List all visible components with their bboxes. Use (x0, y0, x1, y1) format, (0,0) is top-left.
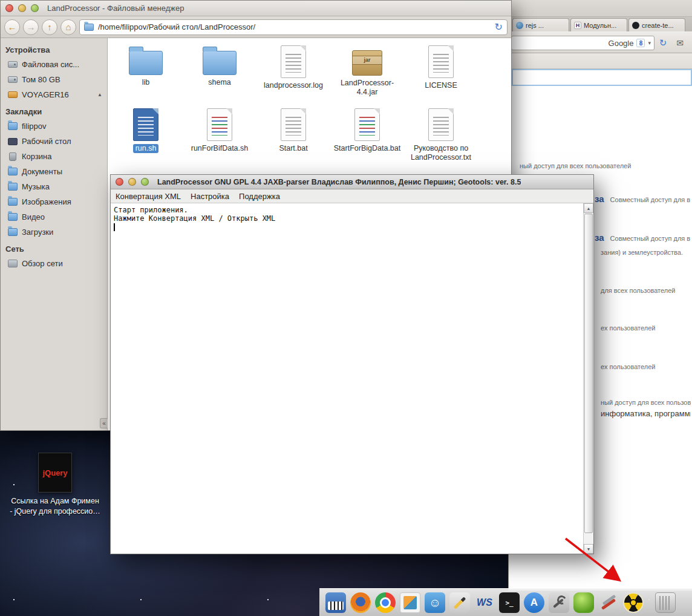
batch-file-icon (281, 108, 306, 141)
sidebar-item-home[interactable]: filippov (1, 119, 107, 134)
sidebar-collapse-button[interactable]: « (100, 418, 108, 428)
scrollbar-thumb[interactable] (584, 214, 593, 533)
terminal-dock-icon[interactable]: >_ (499, 592, 520, 613)
tab-modulny[interactable]: Н Модульн... (570, 18, 627, 31)
browser-titlebar (509, 0, 692, 17)
scroll-down-button[interactable]: ▼ (584, 544, 593, 554)
log-text-area[interactable]: Старт приложения. Нажмите Конвертация XM… (111, 203, 583, 554)
jar-archive-icon: jar (352, 50, 382, 76)
page-link-fragment[interactable]: заСовместный доступ для в (595, 232, 691, 243)
file-lib[interactable]: lib (110, 45, 181, 108)
photos-dock-icon[interactable] (400, 592, 420, 613)
radiation-app-dock-icon[interactable] (623, 592, 644, 613)
file-landprocessor-jar[interactable]: jar LandProcessor-4.4.jar (331, 45, 403, 108)
text-file-icon (281, 45, 306, 78)
sidebar-item-documents[interactable]: Документы (1, 164, 107, 179)
sidebar-item-volume-80gb[interactable]: Том 80 GB (1, 72, 107, 87)
folder-icon (84, 24, 94, 31)
file-manual-txt[interactable]: Руководство по LandProcessor.txt (405, 108, 477, 171)
wrench-dock-icon[interactable] (549, 592, 569, 613)
eject-icon[interactable]: ▲ (97, 92, 102, 97)
minimize-button[interactable] (18, 4, 26, 12)
menu-settings[interactable]: Настройка (191, 192, 229, 201)
maximize-button[interactable] (141, 178, 149, 186)
search-engine-label: Google (609, 39, 634, 48)
file-manager-titlebar[interactable]: LandProcessor - Файловый менеджер (1, 1, 511, 16)
file-run-sh[interactable]: run.sh (110, 108, 181, 171)
sidebar-item-network-browse[interactable]: Обзор сети (1, 256, 107, 271)
sidebar-section-network: Сеть (1, 240, 107, 256)
page-text-fragment: для всех пользователей (595, 284, 691, 295)
up-button[interactable]: ↑ (42, 19, 57, 35)
sidebar-item-trash[interactable]: Корзина (1, 149, 107, 164)
sidebar-item-downloads[interactable]: Загрузки (1, 224, 107, 240)
menu-support[interactable]: Поддержка (239, 192, 280, 201)
finder-dock-icon[interactable]: ☺ (425, 592, 445, 613)
page-text-fragment: ный доступ для всех пользователей (514, 160, 691, 170)
file-startforbigdata-bat[interactable]: StartForBigData.bat (331, 108, 403, 171)
menu-convert-xml[interactable]: Конвертация XML (116, 192, 181, 201)
desktop-shortcut-jquery-book[interactable]: jQuery Ссылка на Адам Фримен - jQuery дл… (10, 453, 100, 517)
scroll-up-button[interactable]: ▲ (584, 203, 593, 213)
clamp-tool-dock-icon[interactable] (598, 592, 619, 613)
app-titlebar[interactable]: LandProcessor GNU GPL 4.4 JAXB-parser Вл… (111, 175, 593, 189)
sidebar-item-filesystem[interactable]: Файловая сис... (1, 57, 107, 72)
midi-keyboard-dock-icon[interactable] (325, 592, 346, 613)
folder-icon (129, 51, 163, 75)
text-file-icon (428, 45, 454, 78)
google-favicon: 8 (636, 39, 645, 47)
network-icon (8, 260, 18, 267)
desktop-icon (8, 138, 18, 145)
app-menubar: Конвертация XML Настройка Поддержка (111, 189, 593, 203)
home-button[interactable]: ⌂ (60, 19, 76, 35)
shell-script-icon (207, 108, 232, 141)
back-button[interactable]: ← (4, 19, 20, 35)
page-text-fragment: зания) и землеустройства. (595, 246, 691, 257)
webstorm-dock-icon[interactable]: WS (474, 592, 495, 613)
batch-file-icon (354, 108, 380, 141)
window-title: LandProcessor - Файловый менеджер (47, 4, 184, 13)
tab-rejs[interactable]: rejs ... (512, 18, 569, 31)
browser-toolbar: Google 8 ▾ ↻ ✉ (509, 31, 692, 53)
sidebar-item-pictures[interactable]: Изображения (1, 194, 107, 209)
search-engine-dropdown-icon[interactable]: ▾ (648, 40, 651, 46)
file-runforbifdata-sh[interactable]: runForBifData.sh (184, 108, 255, 171)
sidebar-item-videos[interactable]: Видео (1, 209, 107, 224)
h-favicon: Н (574, 22, 581, 29)
usb-drive-icon (8, 91, 18, 98)
file-manager-toolbar: ← → ↑ ⌂ /home/filippov/Рабочий стол/Land… (1, 16, 511, 38)
sidebar-item-voyager16[interactable]: VOYAGER16 ▲ (1, 87, 107, 102)
browser-tab-strip: rejs ... Н Модульн... create-te... (509, 17, 692, 31)
reload-icon[interactable]: ↻ (656, 37, 670, 49)
file-license[interactable]: LICENSE (405, 45, 477, 108)
home-folder-icon (8, 122, 18, 130)
minimize-button[interactable] (128, 178, 136, 186)
appstore-dock-icon[interactable]: A (524, 592, 544, 613)
close-button[interactable] (116, 178, 123, 186)
pictures-folder-icon (8, 198, 18, 206)
path-bar[interactable]: /home/filippov/Рабочий стол/LandProcesso… (79, 19, 508, 35)
refresh-icon[interactable]: ↻ (495, 21, 503, 33)
folder-icon (203, 51, 237, 75)
sidebar-item-music[interactable]: Музыка (1, 179, 107, 194)
close-button[interactable] (5, 4, 13, 12)
search-input[interactable]: Google 8 ▾ (511, 36, 654, 50)
file-landprocessor-log[interactable]: landprocessor.log (258, 45, 329, 108)
sidebar-item-desktop[interactable]: Рабочий стол (1, 134, 107, 149)
mail-icon[interactable]: ✉ (673, 37, 687, 49)
file-manager-sidebar: Устройства Файловая сис... Том 80 GB VOY… (1, 38, 108, 430)
page-link-fragment[interactable]: заСовместный доступ для в (595, 194, 691, 204)
chrome-dock-icon[interactable] (375, 592, 396, 613)
file-start-bat[interactable]: Start.bat (258, 108, 329, 171)
forward-button[interactable]: → (23, 19, 39, 35)
tab-create-te[interactable]: create-te... (628, 18, 685, 31)
green-app-dock-icon[interactable] (573, 592, 594, 613)
design-tool-dock-icon[interactable] (449, 592, 470, 613)
firefox-dock-icon[interactable] (350, 592, 371, 613)
vertical-scrollbar[interactable]: ▲ ▼ (583, 203, 593, 554)
maximize-button[interactable] (31, 4, 39, 12)
file-shema[interactable]: shema (184, 45, 255, 108)
page-input-field[interactable] (512, 69, 692, 86)
trash-dock-icon[interactable] (655, 592, 676, 613)
log-line: Старт приложения. (114, 206, 580, 214)
